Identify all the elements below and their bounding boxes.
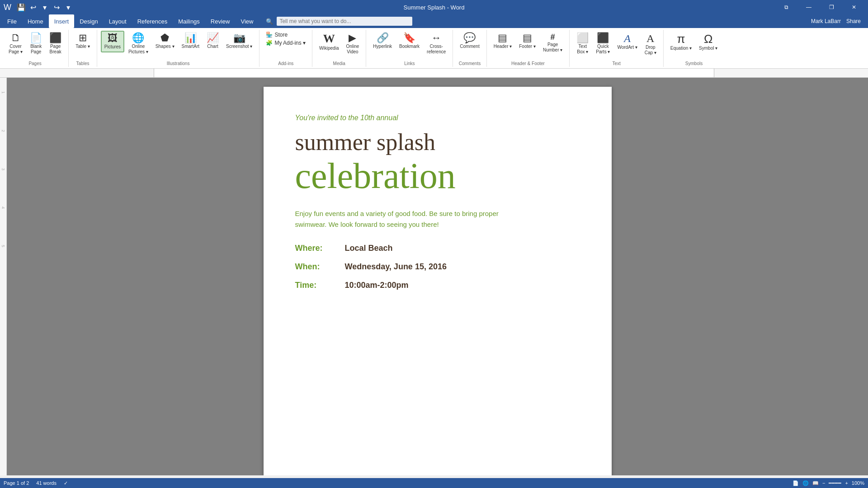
bookmark-button[interactable]: 🔖 Bookmark bbox=[396, 31, 423, 52]
ribbon-group-media: W Wikipedia ▶ OnlineVideo Media bbox=[312, 30, 366, 67]
comments-group-label: Comments bbox=[459, 61, 481, 67]
store-button[interactable]: 🏪 Store bbox=[263, 31, 290, 39]
left-sidebar: 1 2 3 4 5 bbox=[0, 78, 7, 475]
title-celebration: celebration bbox=[295, 157, 580, 195]
my-addins-button[interactable]: 🧩 My Add-ins ▾ bbox=[263, 39, 308, 47]
menu-mailings[interactable]: Mailings bbox=[173, 14, 205, 28]
zoom-in-button[interactable]: + bbox=[845, 480, 848, 486]
chart-button[interactable]: 📈 Chart bbox=[203, 31, 222, 52]
view-web-button[interactable]: 🌐 bbox=[802, 480, 809, 486]
window-title: Summer Splash - Word bbox=[404, 4, 465, 11]
drop-cap-button[interactable]: A DropCap ▾ bbox=[642, 31, 660, 58]
symbol-icon: Ω bbox=[704, 33, 712, 45]
ribbon-group-addins: 🏪 Store 🧩 My Add-ins ▾ Add-ins bbox=[259, 30, 312, 67]
zoom-slider[interactable]: ━━━━ bbox=[829, 480, 841, 486]
quick-parts-button[interactable]: ⬛ QuickParts ▾ bbox=[593, 31, 613, 57]
ribbon-group-illustrations: 🖼 Pictures 🌐 OnlinePictures ▾ ⬟ Shapes ▾… bbox=[97, 30, 260, 67]
title-summer-splash: summer splash bbox=[295, 129, 580, 155]
undo-button[interactable]: ↩ bbox=[28, 2, 38, 13]
maximize-button[interactable]: ❐ bbox=[821, 0, 842, 14]
body-text: Enjoy fun events and a variety of good f… bbox=[295, 208, 521, 230]
smartart-button[interactable]: 📊 SmartArt bbox=[179, 31, 203, 52]
document-area[interactable]: You're invited to the 10th annual summer… bbox=[7, 78, 868, 475]
online-pictures-label: OnlinePictures ▾ bbox=[128, 44, 148, 55]
ribbon-group-header-footer: ▤ Header ▾ ▤ Footer ▾ # PageNumber ▾ Hea… bbox=[487, 30, 570, 67]
share-button[interactable]: Share bbox=[846, 18, 861, 24]
pictures-label: Pictures bbox=[104, 44, 121, 50]
menu-review[interactable]: Review bbox=[205, 14, 236, 28]
document-page: You're invited to the 10th annual summer… bbox=[264, 87, 612, 475]
menu-bar: File Home Insert Design Layout Reference… bbox=[0, 14, 868, 28]
shapes-button[interactable]: ⬟ Shapes ▾ bbox=[152, 31, 178, 52]
zoom-out-button[interactable]: − bbox=[822, 480, 825, 486]
time-value: 10:00am-2:00pm bbox=[345, 281, 409, 290]
footer-button[interactable]: ▤ Footer ▾ bbox=[516, 31, 539, 52]
where-label: Where: bbox=[295, 244, 336, 253]
ruler-inner bbox=[154, 69, 714, 77]
pictures-button[interactable]: 🖼 Pictures bbox=[101, 31, 124, 52]
wordart-label: WordArt ▾ bbox=[617, 45, 637, 50]
page-break-icon: ⬛ bbox=[49, 33, 61, 43]
screenshot-button[interactable]: 📷 Screenshot ▾ bbox=[223, 31, 255, 52]
comment-button[interactable]: 💬 Comment bbox=[457, 31, 482, 52]
cross-reference-button[interactable]: ↔ Cross-reference bbox=[424, 31, 449, 57]
drop-cap-label: DropCap ▾ bbox=[645, 45, 656, 56]
menu-layout[interactable]: Layout bbox=[104, 14, 132, 28]
ruler bbox=[0, 69, 868, 78]
search-input[interactable] bbox=[277, 17, 412, 26]
where-row: Where: Local Beach bbox=[295, 244, 580, 253]
quick-access-more[interactable]: ▾ bbox=[63, 2, 74, 13]
undo-dropdown[interactable]: ▾ bbox=[39, 2, 50, 13]
bookmark-icon: 🔖 bbox=[403, 33, 415, 43]
blank-page-button[interactable]: 📄 BlankPage bbox=[27, 31, 45, 57]
close-button[interactable]: ✕ bbox=[844, 0, 864, 14]
my-addins-icon: 🧩 bbox=[266, 40, 273, 46]
main-area: 1 2 3 4 5 You're invited to the 10th ann… bbox=[0, 78, 868, 475]
equation-button[interactable]: π Equation ▾ bbox=[667, 31, 695, 53]
menu-design[interactable]: Design bbox=[74, 14, 103, 28]
quick-parts-icon: ⬛ bbox=[597, 33, 609, 43]
redo-button[interactable]: ↪ bbox=[51, 2, 62, 13]
symbols-group-label: Symbols bbox=[685, 61, 703, 67]
symbol-button[interactable]: Ω Symbol ▾ bbox=[696, 31, 721, 53]
time-row: Time: 10:00am-2:00pm bbox=[295, 281, 580, 290]
cover-page-button[interactable]: 🗋 CoverPage ▾ bbox=[5, 31, 26, 57]
text-box-icon: ⬜ bbox=[576, 33, 589, 43]
restore-window-button[interactable]: ⧉ bbox=[776, 0, 797, 14]
when-label: When: bbox=[295, 262, 336, 272]
header-button[interactable]: ▤ Header ▾ bbox=[491, 31, 515, 52]
page-break-button[interactable]: ⬛ PageBreak bbox=[46, 31, 65, 57]
minimize-button[interactable]: — bbox=[798, 0, 819, 14]
wordart-button[interactable]: A WordArt ▾ bbox=[614, 31, 640, 52]
save-button[interactable]: 💾 bbox=[16, 2, 27, 13]
view-print-button[interactable]: 📄 bbox=[793, 480, 799, 486]
menu-insert[interactable]: Insert bbox=[49, 14, 75, 28]
table-button[interactable]: ⊞ Table ▾ bbox=[72, 31, 93, 52]
wikipedia-button[interactable]: W Wikipedia bbox=[316, 31, 342, 53]
menu-references[interactable]: References bbox=[132, 14, 173, 28]
title-bar-left: W 💾 ↩ ▾ ↪ ▾ bbox=[4, 2, 74, 13]
when-value: Wednesday, June 15, 2016 bbox=[345, 262, 447, 272]
online-video-icon: ▶ bbox=[349, 33, 356, 43]
comment-label: Comment bbox=[460, 44, 479, 49]
status-right: 📄 🌐 📖 − ━━━━ + 100% bbox=[793, 480, 864, 486]
hyperlink-icon: 🔗 bbox=[377, 33, 389, 43]
footer-icon: ▤ bbox=[523, 33, 532, 43]
online-video-button[interactable]: ▶ OnlineVideo bbox=[343, 31, 362, 57]
online-pictures-button[interactable]: 🌐 OnlinePictures ▾ bbox=[125, 31, 151, 57]
shapes-icon: ⬟ bbox=[160, 33, 169, 43]
wikipedia-label: Wikipedia bbox=[319, 46, 339, 51]
menu-home[interactable]: Home bbox=[22, 14, 49, 28]
page-number-button[interactable]: # PageNumber ▾ bbox=[540, 31, 566, 55]
user-name: Mark LaBarr bbox=[811, 18, 841, 24]
smartart-icon: 📊 bbox=[184, 33, 197, 43]
cross-reference-icon: ↔ bbox=[431, 33, 441, 43]
view-read-button[interactable]: 📖 bbox=[812, 480, 819, 486]
menu-file[interactable]: File bbox=[2, 14, 22, 28]
menu-view[interactable]: View bbox=[235, 14, 259, 28]
time-label: Time: bbox=[295, 281, 336, 290]
text-box-button[interactable]: ⬜ TextBox ▾ bbox=[573, 31, 592, 57]
ribbon: 🗋 CoverPage ▾ 📄 BlankPage ⬛ PageBreak Pa… bbox=[0, 28, 868, 69]
text-group-label: Text bbox=[612, 61, 620, 67]
hyperlink-button[interactable]: 🔗 Hyperlink bbox=[370, 31, 395, 52]
